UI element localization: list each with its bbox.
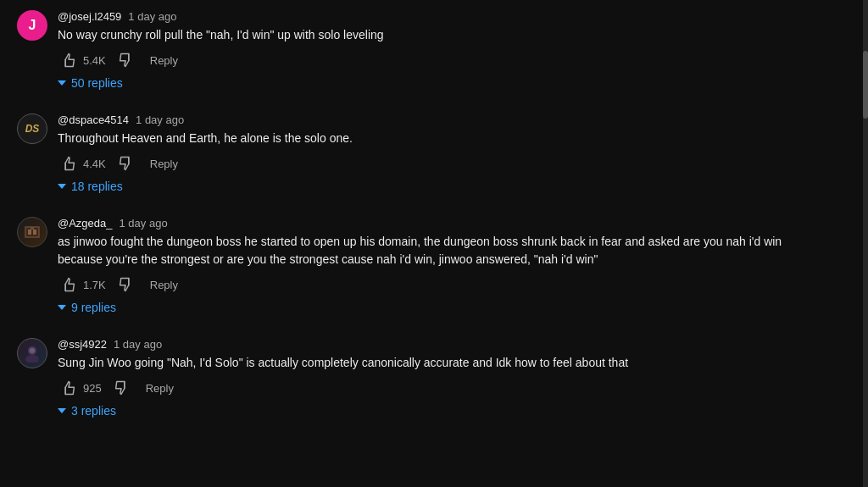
comment-block: @Azgeda_ 1 day ago as jinwoo fought the …	[17, 217, 797, 323]
comment-content: @Azgeda_ 1 day ago as jinwoo fought the …	[58, 217, 797, 323]
comment-author[interactable]: @josej.l2459	[58, 10, 121, 23]
avatar: J	[17, 10, 47, 41]
comment-author[interactable]: @ssj4922	[58, 338, 107, 351]
comment-header: @dspace4514 1 day ago	[58, 113, 797, 126]
scrollbar-thumb[interactable]	[863, 51, 868, 119]
svg-rect-8	[31, 227, 34, 230]
chevron-down-icon	[58, 184, 66, 189]
comment-time: 1 day ago	[128, 10, 176, 23]
avatar	[17, 338, 47, 368]
dislike-button[interactable]	[110, 379, 132, 397]
like-button[interactable]	[58, 51, 80, 69]
svg-point-13	[30, 348, 35, 353]
like-count: 5.4K	[83, 54, 106, 67]
replies-count-label: 18 replies	[71, 180, 123, 193]
comment-block: DS @dspace4514 1 day ago Throughout Heav…	[17, 113, 797, 202]
comment-time: 1 day ago	[114, 338, 162, 351]
comment-author[interactable]: @Azgeda_	[58, 217, 113, 230]
avatar	[17, 217, 47, 247]
dislike-button[interactable]	[114, 154, 136, 173]
comment-time: 1 day ago	[136, 113, 184, 126]
replies-count-label: 3 replies	[71, 404, 116, 418]
like-button[interactable]	[58, 275, 80, 294]
comment-block: J @josej.l2459 1 day ago No way crunchy …	[17, 10, 797, 98]
comment-text: Throughout Heaven and Earth, he alone is…	[58, 130, 797, 147]
comment-header: @josej.l2459 1 day ago	[58, 10, 797, 23]
comment-block: @ssj4922 1 day ago Sung Jin Woo going "N…	[17, 338, 797, 426]
reply-button[interactable]: Reply	[139, 380, 181, 396]
replies-toggle[interactable]: 9 replies	[58, 299, 123, 316]
chevron-down-icon	[58, 80, 66, 86]
svg-rect-6	[28, 230, 31, 235]
replies-toggle[interactable]: 3 replies	[58, 402, 123, 419]
reply-button[interactable]: Reply	[143, 53, 185, 69]
svg-rect-7	[33, 230, 36, 235]
comment-actions: 5.4K Reply	[58, 51, 797, 69]
like-button[interactable]	[58, 154, 80, 173]
replies-toggle[interactable]: 18 replies	[58, 178, 130, 195]
comment-time: 1 day ago	[120, 217, 168, 230]
comment-text: as jinwoo fought the dungeon boss he sta…	[58, 233, 797, 268]
comment-actions: 925 Reply	[58, 379, 797, 397]
comment-text: No way crunchy roll pull the "nah, I'd w…	[58, 26, 797, 44]
like-count: 1.7K	[83, 279, 106, 291]
comment-text: Sung Jin Woo going "Nah, I'd Solo" is ac…	[58, 354, 797, 372]
scrollbar[interactable]	[863, 0, 868, 487]
chevron-down-icon	[58, 305, 66, 310]
replies-toggle[interactable]: 50 replies	[58, 75, 130, 91]
chevron-down-icon	[58, 408, 66, 413]
dislike-button[interactable]	[114, 275, 136, 294]
replies-count-label: 9 replies	[71, 301, 116, 314]
comment-author[interactable]: @dspace4514	[58, 113, 129, 126]
comment-content: @ssj4922 1 day ago Sung Jin Woo going "N…	[58, 338, 797, 426]
dislike-button[interactable]	[114, 51, 136, 69]
comment-header: @ssj4922 1 day ago	[58, 338, 797, 351]
replies-count-label: 50 replies	[71, 76, 123, 90]
reply-button[interactable]: Reply	[143, 156, 185, 172]
reply-button[interactable]: Reply	[143, 277, 185, 293]
comment-actions: 1.7K Reply	[58, 275, 797, 294]
like-count: 925	[83, 382, 102, 395]
comments-section: J @josej.l2459 1 day ago No way crunchy …	[0, 0, 814, 451]
like-count: 4.4K	[83, 158, 106, 170]
comment-actions: 4.4K Reply	[58, 154, 797, 173]
comment-content: @josej.l2459 1 day ago No way crunchy ro…	[58, 10, 797, 98]
like-button[interactable]	[58, 379, 80, 397]
avatar: DS	[17, 113, 47, 144]
svg-point-12	[25, 355, 39, 362]
comment-header: @Azgeda_ 1 day ago	[58, 217, 797, 230]
comment-content: @dspace4514 1 day ago Throughout Heaven …	[58, 113, 797, 202]
